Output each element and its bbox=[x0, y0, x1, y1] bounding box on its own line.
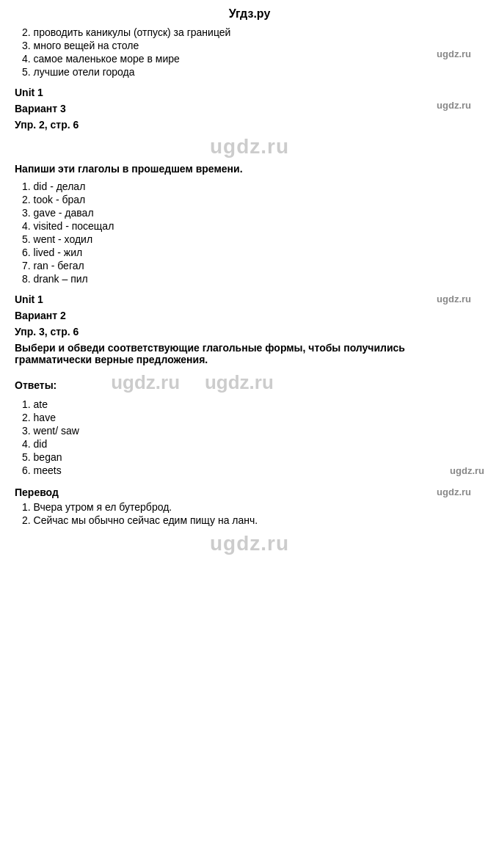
unit1-v3-unit-label: Unit 1 bbox=[15, 87, 484, 98]
v3-answer-3: 3. gave - давал bbox=[22, 207, 484, 219]
unit1-v2-instruction: Выбери и обведи соответствующие глагольн… bbox=[15, 342, 484, 365]
watermark-right-1: ugdz.ru bbox=[437, 48, 471, 59]
unit1-v3-answers: 1. did - делал 2. took - брал 3. gave - … bbox=[22, 180, 484, 285]
intro-item-4: 5. лучшие отели города bbox=[22, 66, 484, 78]
watermark-large-bottom: ugdz.ru bbox=[15, 532, 484, 555]
v3-answer-4: 4. visited - посещал bbox=[22, 220, 484, 232]
v3-answer-6: 6. lived - жил bbox=[22, 247, 484, 258]
v2-answer-2: 2. have bbox=[22, 412, 484, 423]
perevod-label: Перевод bbox=[15, 486, 484, 498]
unit1-v2-unit-label: Unit 1 bbox=[15, 293, 484, 305]
v2-answer-5: 5. began bbox=[22, 451, 484, 463]
v3-answer-7: 7. ran - бегал bbox=[22, 260, 484, 271]
intro-item-1: 2. проводить каникулы (отпуск) за границ… bbox=[22, 26, 484, 38]
v3-answer-2: 2. took - брал bbox=[22, 194, 484, 205]
v2-answer-1: 1. ate bbox=[22, 398, 484, 410]
page-title: Угдз.ру bbox=[15, 7, 484, 21]
v3-answer-1: 1. did - делал bbox=[22, 180, 484, 192]
intro-item-2: 3. много вещей на столе bbox=[22, 40, 484, 51]
v2-answer-3: 3. went/ saw bbox=[22, 425, 484, 437]
intro-item-3: 4. самое маленькое море в мире bbox=[22, 53, 484, 65]
watermark-large-2: Ответы: ugdz.ru ugdz.ru bbox=[15, 371, 484, 394]
unit1-v3-instruction: Напиши эти глаголы в прошедшем времени. bbox=[15, 163, 484, 175]
watermark-right-5: ugdz.ru bbox=[437, 486, 471, 497]
perevod-item-2: 2. Сейчас мы обычно сейчас едим пищу на … bbox=[22, 514, 484, 526]
perevod-answers: 1. Вчера утром я ел бутерброд. 2. Сейчас… bbox=[22, 501, 484, 526]
watermark-inline-left: ugdz.ru bbox=[111, 371, 180, 393]
watermark-right-4: ugdz.ru bbox=[450, 465, 484, 476]
unit1-v2-section: Unit 1 ugdz.ru Вариант 2 Упр. 3, стр. 6 … bbox=[15, 293, 484, 365]
intro-section: 2. проводить каникулы (отпуск) за границ… bbox=[15, 26, 484, 78]
v3-answer-8: 8. drank – пил bbox=[22, 273, 484, 285]
watermark-right-3: ugdz.ru bbox=[437, 293, 471, 304]
v3-answer-5: 5. went - ходил bbox=[22, 233, 484, 245]
unit1-v2-variant-label: Вариант 2 bbox=[15, 310, 484, 321]
unit1-v3-variant-label: Вариант 3 bbox=[15, 103, 484, 114]
v2-answer-6: 6. meets bbox=[22, 464, 62, 476]
intro-list: 2. проводить каникулы (отпуск) за границ… bbox=[22, 26, 484, 78]
watermark-right-2: ugdz.ru bbox=[437, 100, 471, 111]
unit1-v3-section: Unit 1 Вариант 3 ugdz.ru Упр. 2, стр. 6 bbox=[15, 87, 484, 131]
perevod-item-1: 1. Вчера утром я ел бутерброд. bbox=[22, 501, 484, 513]
answers-label-inline: Ответы: bbox=[15, 379, 57, 391]
unit1-v2-exercise-label: Упр. 3, стр. 6 bbox=[15, 326, 484, 338]
v2-answer-4: 4. did bbox=[22, 438, 484, 450]
watermark-inline-right: ugdz.ru bbox=[205, 371, 274, 393]
perevod-section: Перевод 1. Вчера утром я ел бутерброд. 2… bbox=[15, 486, 484, 526]
unit1-v2-answers: 1. ate 2. have 3. went/ saw 4. did 5. be… bbox=[22, 398, 484, 478]
unit1-v3-exercise-label: Упр. 2, стр. 6 bbox=[15, 119, 484, 131]
watermark-large-1: ugdz.ru bbox=[15, 135, 484, 158]
